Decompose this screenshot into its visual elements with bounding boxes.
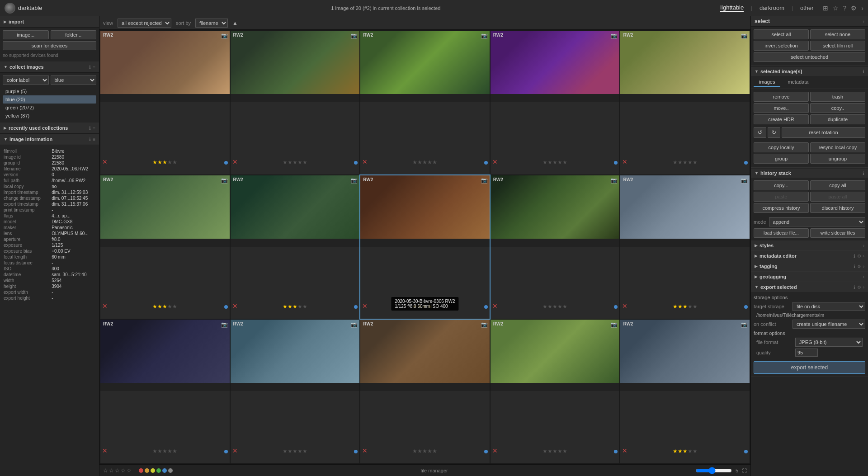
recently-info-icon[interactable]: ℹ xyxy=(89,126,91,131)
recently-used-header[interactable]: ▶ recently used collections ℹ ≡ xyxy=(0,123,99,134)
grid-icon[interactable]: ⊞ xyxy=(823,5,828,12)
quality-input[interactable] xyxy=(795,349,818,357)
tagging-header[interactable]: ▶ tagging ℹ ⚙ › xyxy=(751,261,868,271)
duplicate-btn[interactable]: duplicate xyxy=(810,114,865,124)
collect-section-header[interactable]: ▼ collect images ℹ ≡ xyxy=(0,61,99,73)
tagging-settings-icon[interactable]: ⚙ xyxy=(857,264,861,269)
load-sidecar-btn[interactable]: load sidecar file... xyxy=(754,228,809,238)
nav-lighttable[interactable]: lighttable xyxy=(720,4,744,12)
zoom-slider[interactable] xyxy=(696,467,732,474)
folder-btn[interactable]: folder... xyxy=(51,30,97,39)
metadata-editor-header[interactable]: ▶ metadata editor ℹ ⚙ › xyxy=(751,251,868,261)
mode-select[interactable]: append xyxy=(769,217,865,226)
thumb-reject-btn-6[interactable]: ✕ xyxy=(102,302,108,310)
thumb-stars-6[interactable]: ★★★★★ xyxy=(152,303,177,310)
copy-locally-btn[interactable]: copy locally xyxy=(754,142,809,152)
select-all-btn[interactable]: select all xyxy=(754,29,809,39)
thumbnail-11[interactable]: RW2📷★★★★★✕ xyxy=(100,320,230,463)
export-settings-icon[interactable]: ⚙ xyxy=(857,285,861,290)
color-red[interactable] xyxy=(139,468,143,473)
thumbnail-8[interactable]: RW2📷2020-05-30-Bièvre-0306 RW21/125 f/8.… xyxy=(360,175,490,319)
group-btn[interactable]: group xyxy=(754,154,809,164)
gear-icon[interactable]: ⚙ xyxy=(851,5,857,12)
color-yellow[interactable] xyxy=(151,468,155,473)
tagging-chevron-icon[interactable]: › xyxy=(863,264,864,269)
file-format-select[interactable]: JPEG (8-bit) xyxy=(795,338,863,347)
invert-selection-btn[interactable]: invert selection xyxy=(754,41,809,51)
collect-info-icon[interactable]: ℹ xyxy=(89,65,91,70)
thumb-stars-5[interactable]: ★★★★★ xyxy=(673,159,698,165)
thumb-stars-7[interactable]: ★★★★★ xyxy=(283,303,307,310)
history-paste-btn[interactable]: paste xyxy=(754,192,809,202)
history-paste-all-btn[interactable]: paste all xyxy=(810,192,865,202)
thumbnail-5[interactable]: RW2📷★★★★★✕ xyxy=(620,31,750,174)
star-filter-0[interactable]: ☆ xyxy=(103,467,108,474)
color-gray[interactable] xyxy=(168,468,173,473)
tab-metadata[interactable]: metadata xyxy=(782,78,814,87)
thumb-reject-btn-7[interactable]: ✕ xyxy=(232,302,238,310)
discard-history-btn[interactable]: discard history xyxy=(810,203,865,213)
thumb-stars-8[interactable]: ★★★★★ xyxy=(412,303,437,310)
thumb-reject-btn-15[interactable]: ✕ xyxy=(622,447,627,454)
remove-btn[interactable]: remove xyxy=(754,92,809,102)
scan-btn[interactable]: scan for devices xyxy=(3,41,96,50)
export-selected-btn[interactable]: export selected xyxy=(754,361,865,374)
metadata-chevron-icon[interactable]: › xyxy=(863,254,864,259)
export-info-icon[interactable]: ℹ xyxy=(854,285,855,290)
color-blue[interactable] xyxy=(162,468,167,473)
thumbnail-15[interactable]: RW2📷★★★★★✕ xyxy=(620,320,750,463)
export-chevron-icon[interactable]: › xyxy=(863,285,864,290)
thumb-stars-13[interactable]: ★★★★★ xyxy=(412,448,437,454)
info-menu-icon[interactable]: ≡ xyxy=(93,137,95,142)
thumbnail-2[interactable]: RW2📷★★★★★✕ xyxy=(231,31,360,174)
recently-menu-icon[interactable]: ≡ xyxy=(93,126,95,131)
thumbnail-3[interactable]: RW2📷★★★★★✕ xyxy=(360,31,490,174)
filter-field-select[interactable]: color label xyxy=(3,75,49,85)
import-section-header[interactable]: ▶ import xyxy=(0,16,99,28)
selected-info-icon[interactable]: ℹ xyxy=(863,69,864,74)
styles-header[interactable]: ▶ styles › xyxy=(751,240,868,250)
thumb-reject-btn-12[interactable]: ✕ xyxy=(232,447,238,454)
create-hdr-btn[interactable]: create HDR xyxy=(754,114,809,124)
collect-menu-icon[interactable]: ≡ xyxy=(93,65,95,70)
thumbnail-9[interactable]: RW2📷★★★★★✕ xyxy=(491,175,620,319)
write-sidecar-btn[interactable]: write sidecar files xyxy=(810,228,865,238)
history-copy-btn[interactable]: copy... xyxy=(754,180,809,190)
select-chevron-icon[interactable]: › xyxy=(863,19,864,24)
star-filter-2[interactable]: ☆ xyxy=(115,467,120,474)
thumb-stars-12[interactable]: ★★★★★ xyxy=(283,448,307,454)
star-filter-4[interactable]: ☆ xyxy=(127,467,132,474)
thumb-reject-btn-3[interactable]: ✕ xyxy=(362,158,368,165)
thumb-stars-3[interactable]: ★★★★★ xyxy=(412,159,437,165)
thumbnail-10[interactable]: RW2📷★★★★★✕ xyxy=(620,175,750,319)
thumbnail-7[interactable]: RW2📷★★★★★✕ xyxy=(231,175,360,319)
trash-btn[interactable]: trash xyxy=(810,92,865,102)
thumb-stars-11[interactable]: ★★★★★ xyxy=(152,448,177,454)
ungroup-btn[interactable]: ungroup xyxy=(810,154,865,164)
thumb-reject-btn-5[interactable]: ✕ xyxy=(622,158,627,165)
color-green[interactable] xyxy=(156,468,161,473)
image-btn[interactable]: image... xyxy=(3,30,49,39)
sort-select[interactable]: filename xyxy=(195,19,228,28)
thumbnail-14[interactable]: RW2📷★★★★★✕ xyxy=(491,320,620,463)
thumb-stars-4[interactable]: ★★★★★ xyxy=(542,159,567,165)
nav-other[interactable]: other xyxy=(800,5,814,11)
thumb-reject-btn-10[interactable]: ✕ xyxy=(622,302,627,310)
metadata-settings-icon[interactable]: ⚙ xyxy=(857,254,861,259)
thumb-stars-2[interactable]: ★★★★★ xyxy=(283,159,307,165)
thumbnail-1[interactable]: RW2📷★★★★★✕ xyxy=(100,31,230,174)
thumb-reject-btn-11[interactable]: ✕ xyxy=(102,447,108,454)
thumb-reject-btn-1[interactable]: ✕ xyxy=(102,158,108,165)
filter-select[interactable]: all except rejected xyxy=(118,19,171,28)
thumb-reject-btn-2[interactable]: ✕ xyxy=(232,158,238,165)
resync-btn[interactable]: resync local copy xyxy=(810,142,865,152)
thumb-reject-btn-9[interactable]: ✕ xyxy=(492,302,498,310)
rotate-ccw-btn[interactable]: ↺ xyxy=(754,127,766,138)
expand-icon[interactable]: ⛶ xyxy=(742,468,747,473)
thumb-stars-14[interactable]: ★★★★★ xyxy=(542,448,567,454)
select-film-roll-btn[interactable]: select film roll xyxy=(810,41,865,51)
thumb-reject-btn-14[interactable]: ✕ xyxy=(492,447,498,454)
select-untouched-btn[interactable]: select untouched xyxy=(754,52,865,62)
image-info-header[interactable]: ▼ image information ℹ ≡ xyxy=(0,134,99,145)
select-none-btn[interactable]: select none xyxy=(810,29,865,39)
